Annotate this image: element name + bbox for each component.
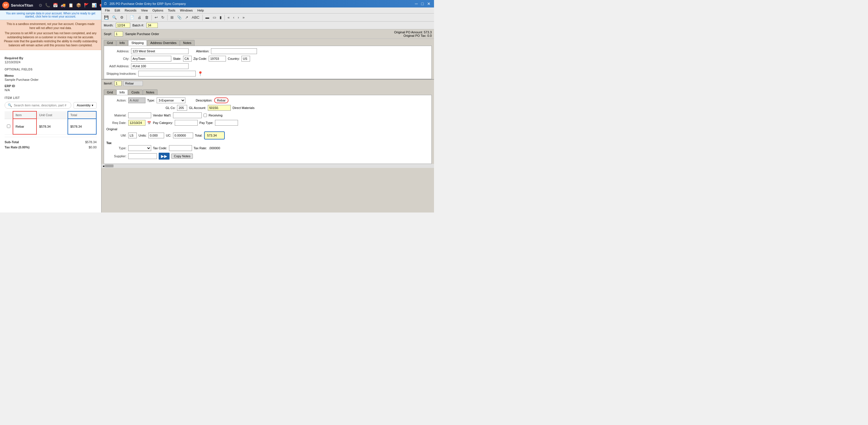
lower-tab-costs[interactable]: Costs [128,89,143,95]
toolbar-prev-prev[interactable]: « [226,14,231,21]
toolbar-layout1[interactable]: ▬ [204,14,211,21]
gl-account-input[interactable] [208,105,231,111]
seq-desc: Sample Purchase Order [125,32,159,36]
toolbar-doc[interactable]: 📄 [128,14,136,21]
toolbar-spell[interactable]: ABC [190,14,201,21]
seq-input[interactable] [114,31,123,36]
description-value: Rebar [214,97,228,103]
toolbar-attach[interactable]: 📎 [176,14,183,21]
minimize-button[interactable]: ─ [414,1,419,6]
pay-type-input[interactable] [215,120,238,126]
menu-tools[interactable]: Tools [165,8,178,13]
total-input[interactable] [206,132,223,138]
type-select[interactable]: 3-Expense [157,97,185,103]
logo-text: ServiceTitan [11,3,33,7]
map-icon[interactable]: 📍 [197,71,203,77]
nav-icon-5[interactable]: 📋 [68,3,73,7]
uc-input[interactable] [173,132,193,138]
req-date-input[interactable] [128,120,146,126]
month-input[interactable] [116,23,130,28]
toolbar-layout2[interactable]: ▭ [211,14,218,21]
pay-category-input[interactable] [175,120,198,126]
toolbar-layout3[interactable]: ▮ [218,14,223,21]
menu-records[interactable]: Records [122,8,139,13]
country-input[interactable] [242,56,250,62]
totals-section: Sub-Total $578.34 Tax Rate (0.00%) $0.00 [5,137,97,152]
scrollbar-thumb[interactable] [105,164,114,168]
supplier-input[interactable] [128,153,157,159]
toolbar-save[interactable]: 💾 [103,14,110,21]
tab-grid[interactable]: Grid [104,40,116,46]
toolbar-grid[interactable]: ⊞ [169,14,175,21]
toolbar-print[interactable]: 🖨 [136,14,143,21]
nav-icon-8[interactable]: 📊 [92,3,97,7]
sample-data-banner[interactable]: You are seeing sample data in your accou… [0,10,101,20]
nav-icon-1[interactable]: ⊙ [39,3,42,7]
search-icon: 🔍 [8,103,12,107]
toolbar-next-next[interactable]: » [241,14,246,21]
units-input[interactable] [148,132,164,138]
menu-view[interactable]: View [139,8,150,13]
nav-icon-3[interactable]: 📅 [53,3,58,7]
tax-code-input[interactable] [169,145,192,151]
city-input[interactable] [131,56,171,62]
receiving-label: Receiving [209,114,222,117]
close-button[interactable]: ✕ [426,1,432,6]
tab-info[interactable]: Info [116,40,128,46]
tax-rate-value: .000000 [209,146,220,150]
toolbar-prev[interactable]: ‹ [232,14,236,21]
menu-file[interactable]: File [103,8,113,13]
gl-co-input[interactable] [177,105,187,111]
addl-address-input[interactable] [131,63,189,69]
shipping-instructions-input[interactable] [138,71,196,77]
assembly-button[interactable]: Assembly ▾ [73,102,97,109]
zip-input[interactable] [209,56,226,62]
tab-notes[interactable]: Notes [180,40,194,46]
menu-options[interactable]: Options [150,8,165,13]
search-bar[interactable]: 🔍 [5,102,71,109]
menu-windows[interactable]: Windows [178,8,195,13]
left-panel: ST ServiceTitan ⊙ 📞 📅 🚚 📋 📦 🚩 📊 📢 🔖 🎥 Yo… [0,0,101,212]
lower-tab-notes[interactable]: Notes [143,89,157,95]
lower-tab-grid[interactable]: Grid [104,89,116,95]
toolbar-next[interactable]: › [236,14,240,21]
toolbar-settings[interactable]: ⚙ [119,14,125,21]
cal-icon[interactable]: 📅 [147,121,151,125]
toolbar-delete[interactable]: 🗑 [144,14,150,21]
material-input[interactable] [128,113,151,118]
nav-icon-4[interactable]: 🚚 [61,3,65,7]
vendor-mat-input[interactable] [173,113,202,118]
toolbar-undo[interactable]: ↩ [153,14,159,21]
nav-icon-2[interactable]: 📞 [45,3,50,7]
attention-input[interactable] [211,48,257,54]
row-checkbox[interactable] [7,124,10,128]
tab-address-overrides[interactable]: Address Overrides [147,40,180,46]
menu-edit[interactable]: Edit [113,8,122,13]
nav-icon-7[interactable]: 🚩 [84,3,89,7]
scroll-left-arrow[interactable]: ◄ [102,164,105,168]
lower-tab-info[interactable]: Info [116,89,128,95]
item-num-input[interactable] [114,81,122,86]
address-input[interactable] [131,48,189,54]
units-label: Units: [138,134,147,137]
receiving-checkbox[interactable] [204,114,207,117]
batch-input[interactable] [146,23,158,28]
copy-notes-button[interactable]: Copy Notes [171,154,193,159]
nav-icon-6[interactable]: 📦 [76,3,81,7]
state-input[interactable] [183,56,192,62]
maximize-button[interactable]: □ [420,1,425,6]
tab-shipping[interactable]: Shipping [128,40,147,46]
um-input[interactable] [128,132,137,138]
horizontal-scrollbar[interactable]: ◄ [101,164,434,168]
tax-type-select[interactable] [128,145,151,151]
search-input[interactable] [14,103,68,107]
supplier-row: Supplier: ▶▶ Copy Notes [106,153,429,160]
toolbar-redo[interactable]: ↻ [160,14,166,21]
toolbar-find[interactable]: 🔍 [111,14,118,21]
menu-help[interactable]: Help [195,8,206,13]
toolbar-export[interactable]: ↗ [184,14,190,21]
tax-rate-value: $0.00 [89,146,97,149]
original-po-amount: Original PO Amount: 573.3 [394,30,432,34]
req-date-label: Req Date: [106,121,126,124]
forward-arrow-button[interactable]: ▶▶ [159,153,169,160]
